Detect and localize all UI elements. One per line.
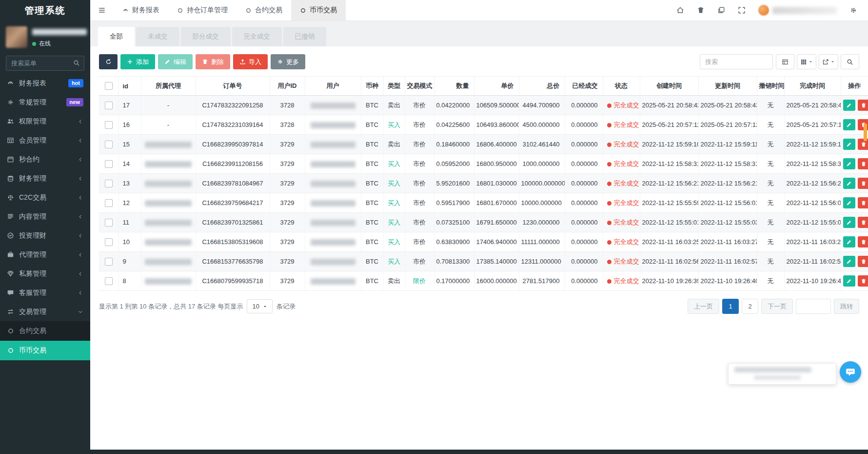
filter-tab-5[interactable]: 已撤销: [283, 27, 327, 46]
row-edit-button[interactable]: [843, 197, 855, 208]
sidebar-subitem-1[interactable]: 合约交易: [0, 321, 90, 341]
row-edit-button[interactable]: [843, 236, 855, 248]
nav-expand-button[interactable]: [738, 6, 746, 14]
row-delete-button[interactable]: [858, 158, 868, 169]
row-edit-button[interactable]: [843, 217, 855, 228]
row-checkbox[interactable]: [105, 277, 113, 285]
sidebar-item-3[interactable]: 权限管理: [0, 112, 90, 131]
filter-tab-1[interactable]: 全部: [98, 27, 135, 46]
column-header-12[interactable]: 状态: [603, 77, 640, 96]
column-header-3[interactable]: 用户ID: [270, 77, 305, 96]
column-header-1[interactable]: 所属代理: [141, 77, 196, 96]
nav-settings-button[interactable]: [849, 6, 857, 14]
nav-tab-3[interactable]: 合约交易: [237, 0, 291, 21]
row-edit-button[interactable]: [843, 256, 855, 267]
column-header-11[interactable]: 已经成交: [565, 77, 603, 96]
row-edit-button[interactable]: [843, 275, 855, 287]
filter-tab-2[interactable]: 未成交: [136, 27, 179, 46]
row-checkbox[interactable]: [105, 258, 113, 266]
sidebar-search-input[interactable]: [6, 56, 84, 71]
sidebar-toggle-button[interactable]: [90, 0, 114, 21]
row-delete-button[interactable]: [858, 256, 868, 267]
redacted-text: [311, 122, 355, 128]
sidebar-item-2[interactable]: 常规管理new: [0, 93, 90, 112]
sidebar-item-10[interactable]: 代理管理: [0, 245, 90, 264]
row-edit-button[interactable]: [843, 100, 855, 111]
row-delete-button[interactable]: [858, 236, 868, 248]
filter-tab-3[interactable]: 部分成交: [181, 27, 231, 46]
row-checkbox[interactable]: [105, 121, 113, 129]
row-edit-button[interactable]: [843, 119, 855, 130]
export-button[interactable]: [819, 54, 838, 69]
jump-button[interactable]: 跳转: [834, 299, 859, 314]
row-delete-button[interactable]: [858, 197, 868, 208]
page-size-select[interactable]: 10: [247, 299, 272, 313]
page-button-2[interactable]: 2: [742, 299, 758, 314]
jump-page-input[interactable]: [796, 299, 831, 314]
sidebar-item-13[interactable]: 交易管理: [0, 302, 90, 321]
column-header-2[interactable]: 订单号: [196, 77, 270, 96]
row-delete-button[interactable]: [858, 178, 868, 189]
row-delete-button[interactable]: [858, 275, 868, 287]
select-all-checkbox[interactable]: [105, 82, 113, 90]
column-header-14[interactable]: 更新时间: [698, 77, 757, 96]
sidebar-item-12[interactable]: 客服管理: [0, 283, 90, 302]
nav-tab-1[interactable]: 财务报表: [114, 0, 168, 21]
row-checkbox[interactable]: [105, 160, 113, 168]
sidebar-item-11[interactable]: 私募管理: [0, 264, 90, 283]
sidebar-item-1[interactable]: 财务报表hot: [0, 74, 90, 93]
row-checkbox[interactable]: [105, 180, 113, 187]
page-button-1[interactable]: 1: [722, 299, 739, 314]
row-checkbox[interactable]: [105, 141, 113, 148]
sidebar-subitem-2[interactable]: 币币交易: [0, 341, 90, 360]
prev-page-button[interactable]: 上一页: [688, 299, 719, 314]
toggle-view-button[interactable]: [776, 54, 794, 69]
row-checkbox[interactable]: [105, 102, 113, 109]
sidebar-item-5[interactable]: 秒合约: [0, 150, 90, 169]
chat-widget-button[interactable]: [840, 361, 861, 383]
next-page-button[interactable]: 下一页: [761, 299, 793, 314]
nav-user-menu[interactable]: [758, 5, 837, 16]
sidebar-item-8[interactable]: 内容管理: [0, 207, 90, 226]
table-search-input[interactable]: [700, 54, 773, 69]
sidebar-item-9[interactable]: 投资理财: [0, 226, 90, 245]
column-header-16[interactable]: 完成时间: [784, 77, 841, 96]
refresh-button[interactable]: [99, 54, 118, 69]
sidebar-item-4[interactable]: 会员管理: [0, 131, 90, 150]
add-button[interactable]: 添加: [120, 54, 155, 69]
row-checkbox[interactable]: [105, 238, 113, 246]
row-edit-button[interactable]: [843, 158, 855, 169]
column-header-15[interactable]: 撤销时间: [757, 77, 784, 96]
column-header-13[interactable]: 创建时间: [640, 77, 698, 96]
delete-button[interactable]: 删除: [196, 54, 230, 69]
fullscreen-search-button[interactable]: [841, 54, 859, 69]
sidebar-item-7[interactable]: C2C交易: [0, 188, 90, 207]
column-header-10[interactable]: 总价: [519, 77, 565, 96]
columns-button[interactable]: [797, 54, 816, 69]
more-button[interactable]: 更多: [271, 54, 305, 69]
nav-tab-4[interactable]: 币币交易: [291, 0, 346, 21]
column-header-8[interactable]: 数量: [434, 77, 474, 96]
column-header-7[interactable]: 交易模式: [405, 77, 434, 96]
column-header-0[interactable]: id: [118, 77, 141, 96]
column-header-17[interactable]: 操作: [841, 77, 868, 96]
nav-layers-button[interactable]: [717, 6, 725, 14]
filter-tab-4[interactable]: 完全成交: [232, 27, 282, 46]
nav-trash-button[interactable]: [697, 6, 705, 14]
row-edit-button[interactable]: [843, 178, 855, 189]
edit-button[interactable]: 编辑: [158, 54, 193, 69]
row-edit-button[interactable]: [843, 139, 855, 150]
column-header-6[interactable]: 类型: [383, 77, 405, 96]
row-delete-button[interactable]: [858, 217, 868, 228]
row-delete-button[interactable]: [858, 100, 868, 111]
nav-home-button[interactable]: [676, 6, 684, 14]
row-checkbox[interactable]: [105, 199, 113, 207]
scrollbar-thumb[interactable]: [864, 124, 867, 141]
column-header-5[interactable]: 币种: [361, 77, 383, 96]
sidebar-item-6[interactable]: 财务管理: [0, 169, 90, 188]
row-checkbox[interactable]: [105, 219, 113, 227]
nav-tab-2[interactable]: 持仓订单管理: [168, 0, 237, 21]
column-header-4[interactable]: 用户: [305, 77, 361, 96]
import-button[interactable]: 导入: [233, 54, 268, 69]
column-header-9[interactable]: 单价: [474, 77, 519, 96]
